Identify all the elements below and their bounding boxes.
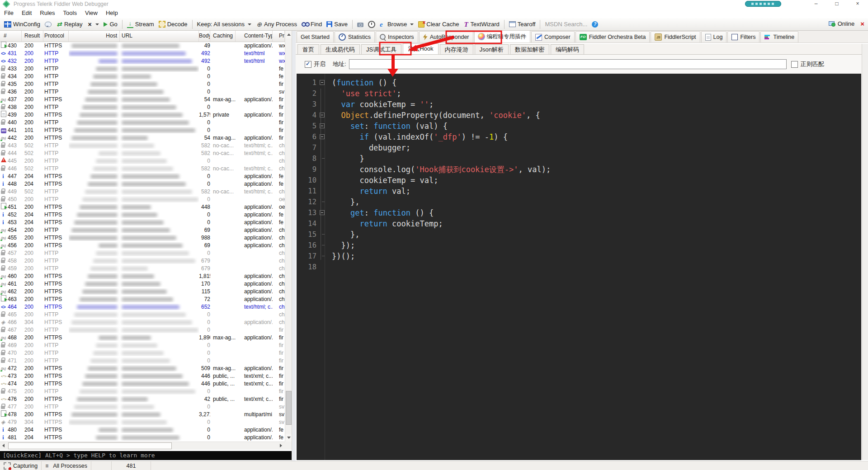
session-row[interactable]: 437200HTTPS54max-ag...application/...fir: [0, 95, 285, 103]
subtab-7[interactable]: 数据加解密: [510, 44, 549, 54]
go-button[interactable]: Go: [101, 20, 119, 28]
keep-dropdown-caret[interactable]: [248, 24, 251, 25]
column-header-num[interactable]: #: [0, 31, 22, 42]
subtab-6[interactable]: Json解析: [475, 44, 509, 54]
scroll-up-arrow[interactable]: [285, 31, 292, 38]
session-row[interactable]: 457200HTTP0ch: [0, 249, 285, 257]
msdn-search-button[interactable]: MSDN Search...: [542, 20, 590, 28]
menu-file[interactable]: File: [0, 8, 18, 18]
address-input[interactable]: [349, 59, 787, 69]
session-row[interactable]: 470200HTTP0fir: [0, 349, 285, 357]
session-row[interactable]: 438200HTTP0fir: [0, 103, 285, 111]
code-editor[interactable]: 1(function () {2 'use strict';3 var cook…: [297, 74, 861, 460]
session-row[interactable]: 440200HTTP0fir: [0, 118, 285, 126]
tab-编程猫专用插件[interactable]: 编程猫专用插件: [474, 30, 531, 42]
close-button[interactable]: ×: [847, 0, 868, 8]
capturing-indicator[interactable]: Capturing: [0, 461, 42, 470]
session-row[interactable]: 444502HTTP582no-cac...text/html; c...ch: [0, 149, 285, 157]
session-row[interactable]: 439200HTTPS1,579privateapplication/...fi…: [0, 111, 285, 118]
scroll-left-arrow[interactable]: [0, 442, 8, 450]
session-row[interactable]: 473200HTTPS446public, ...text/xml; c...f…: [0, 372, 285, 380]
any-process-button[interactable]: Any Process: [254, 20, 299, 28]
horizontal-scroll-thumb[interactable]: [8, 442, 172, 449]
session-row[interactable]: 449502HTTP582no-cac...text/html; c...ch: [0, 188, 285, 195]
enable-checkbox[interactable]: [305, 61, 311, 68]
tab-inspectors[interactable]: Inspectors: [376, 31, 418, 42]
subtab-8[interactable]: 编码解码: [551, 44, 584, 54]
session-row[interactable]: 431200HTTP492text/htmlwx: [0, 49, 285, 57]
overlay-widget[interactable]: [745, 1, 781, 7]
browse-dropdown-caret[interactable]: [410, 24, 414, 25]
session-row[interactable]: 475200HTTP0fir: [0, 387, 285, 395]
session-row[interactable]: 456200HTTPS69application/...ch: [0, 241, 285, 249]
session-row[interactable]: 451200HTTPS448application/...oe: [0, 203, 285, 211]
session-row[interactable]: 453204HTTPS0application/...fe: [0, 218, 285, 226]
tab-statistics[interactable]: Statistics: [335, 31, 375, 42]
menu-view[interactable]: View: [81, 8, 102, 18]
menu-rules[interactable]: Rules: [36, 8, 59, 18]
session-row[interactable]: 458200HTTP679ch: [0, 257, 285, 264]
menu-edit[interactable]: Edit: [18, 8, 36, 18]
replay-button[interactable]: Replay: [54, 20, 85, 28]
screenshot-button[interactable]: [355, 21, 366, 28]
session-row[interactable]: 477200HTTP0sv: [0, 403, 285, 410]
session-row[interactable]: 468200HTTPS1,890max-ag...application/...…: [0, 334, 285, 341]
tab-get-started[interactable]: Get Started: [297, 31, 334, 42]
session-row[interactable]: 443502HTTP582no-cac...text/html; c...ch: [0, 141, 285, 149]
session-row[interactable]: 436200HTTP0sv: [0, 88, 285, 95]
session-row[interactable]: 432200HTTP492text/htmlwx: [0, 57, 285, 65]
scroll-right-arrow[interactable]: [277, 442, 285, 450]
tab-composer[interactable]: Composer: [531, 31, 575, 42]
save-button[interactable]: Save: [324, 20, 350, 28]
session-row[interactable]: 452204HTTPS0application/...fe: [0, 211, 285, 218]
session-row[interactable]: 461200HTTPS170application/...ch: [0, 280, 285, 287]
session-row[interactable]: 459200HTTP679ch: [0, 264, 285, 272]
session-row[interactable]: 466304HTTPS0application/...ch: [0, 318, 285, 326]
session-row[interactable]: 462200HTTPS115application/...ch: [0, 287, 285, 295]
column-header-content-type[interactable]: Content-Type: [236, 31, 273, 42]
session-row[interactable]: 465200HTTP0ch: [0, 310, 285, 318]
tab-fiddlerscript[interactable]: FiddlerScript: [651, 31, 700, 42]
menu-help[interactable]: Help: [102, 8, 122, 18]
remove-sessions-button[interactable]: [85, 20, 101, 28]
process-filter[interactable]: All Processes: [42, 461, 91, 470]
session-row[interactable]: 441101HTTPS0fir: [0, 126, 285, 134]
column-header-caching[interactable]: Caching: [210, 31, 236, 42]
session-row[interactable]: 474200HTTPS446public, ...text/xml; c...f…: [0, 380, 285, 387]
session-row[interactable]: 460200HTTPS1,815application/...ch: [0, 272, 285, 280]
subtab-3[interactable]: JS调试工具: [361, 44, 401, 54]
session-row[interactable]: 433200HTTP0fe: [0, 65, 285, 72]
comment-button[interactable]: [42, 21, 54, 28]
tab-filters[interactable]: Filters: [727, 31, 760, 42]
session-row[interactable]: 446502HTTP582no-cac...text/html; c...ch: [0, 164, 285, 172]
session-row[interactable]: 430200HTTPS49application/...wx: [0, 42, 285, 49]
session-row[interactable]: 450200HTTP0oe: [0, 195, 285, 203]
clear-cache-button[interactable]: Clear Cache: [416, 20, 461, 28]
session-row[interactable]: 479304HTTPS0sv: [0, 418, 285, 426]
session-row[interactable]: 434200HTTP0fe: [0, 72, 285, 80]
session-row[interactable]: 467200HTTP0fir: [0, 326, 285, 334]
column-header-protocol[interactable]: Protocol: [43, 31, 69, 42]
session-row[interactable]: 481204HTTPS0application/...fe: [0, 433, 285, 441]
browse-button[interactable]: Browse: [377, 20, 416, 28]
regex-checkbox[interactable]: [791, 61, 798, 68]
column-header-host[interactable]: Host: [69, 31, 120, 42]
column-header-url[interactable]: URL: [120, 31, 199, 42]
session-row[interactable]: 476200HTTPS42public, ...text/xml; c...fi…: [0, 395, 285, 403]
session-row[interactable]: 478200HTTPS3,271multipart/mi...sv: [0, 410, 285, 418]
textwizard-button[interactable]: TextWizard: [462, 20, 502, 28]
session-row[interactable]: 464200HTTPS652text/html; c...ch: [0, 303, 285, 310]
session-row[interactable]: 448204HTTPS0application/...fe: [0, 180, 285, 188]
remove-red-x-icon[interactable]: ×: [860, 20, 864, 28]
stream-button[interactable]: Stream: [125, 20, 156, 29]
tab-log[interactable]: Log: [701, 31, 727, 42]
minimize-button[interactable]: –: [806, 0, 826, 8]
subtab-2[interactable]: 生成易代码: [321, 44, 360, 54]
column-header-pr[interactable]: Pr: [273, 31, 285, 42]
right-scrollbar-strip[interactable]: [862, 44, 868, 460]
session-row[interactable]: 445200HTTP0ch: [0, 157, 285, 164]
session-row[interactable]: 463200HTTPS72application/...ch: [0, 295, 285, 303]
help-button[interactable]: [590, 20, 600, 28]
quickexec-bar[interactable]: [QuickExec] ALT+Q > type HELP to learn m…: [0, 451, 293, 460]
session-row[interactable]: 442200HTTPS54max-ag...application/...fir: [0, 134, 285, 141]
